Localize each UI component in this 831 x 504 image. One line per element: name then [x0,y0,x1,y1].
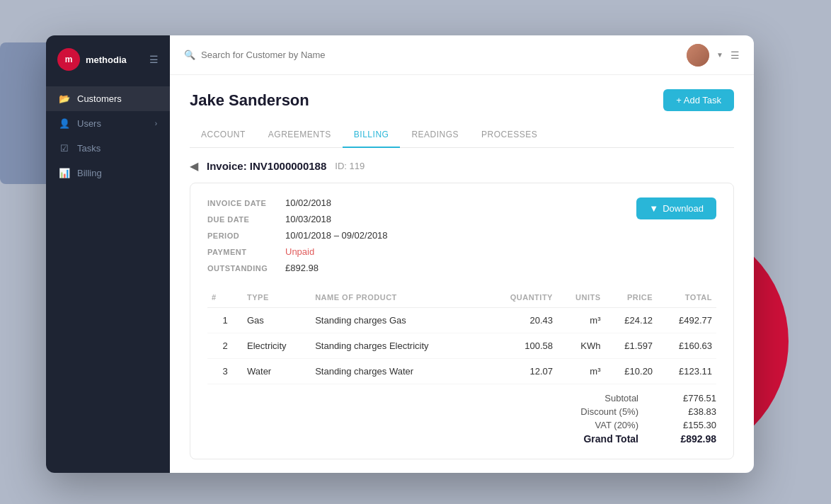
cell-total: £492.77 [657,308,716,333]
tasks-icon: ☑ [59,143,70,154]
logo: m methodia [57,48,127,71]
tab-agreements[interactable]: AGREEMENTS [257,122,343,148]
tab-readings[interactable]: READINGS [400,122,470,148]
add-task-button[interactable]: + Add Task [663,89,734,111]
subtotal-label: Subtotal [525,393,638,403]
invoice-meta: INVOICE DATE 10/02/2018 DUE DATE 10/03/2… [207,197,716,273]
meta-row-period: PERIOD 10/01/2018 – 09/02/2018 [207,230,388,241]
col-header-total: TOTAL [657,287,716,308]
download-icon: ▼ [649,203,658,214]
total-row-discount: Discount (5%) £38.83 [525,406,716,417]
main-content: 🔍 ▼ ☰ Jake Sanderson + Add Task ACCOUNT [170,35,754,473]
avatar-image [687,44,709,67]
content-area: Jake Sanderson + Add Task ACCOUNT AGREEM… [170,75,754,473]
cell-total: £160.63 [657,333,716,359]
invoice-title: Invoice: INV1000000188 [207,160,326,172]
topbar-menu-icon[interactable]: ☰ [730,50,740,61]
sidebar-item-users[interactable]: 👤 Users › [46,111,170,136]
cell-type: Gas [243,308,311,333]
sidebar-item-tasks[interactable]: ☑ Tasks [46,136,170,161]
invoice-back-icon[interactable]: ◀ [190,159,198,173]
cell-units: m³ [557,359,605,384]
meta-value-outstanding: £892.98 [285,263,319,273]
logo-icon: m [57,48,80,71]
meta-value-payment: Unpaid [285,246,314,257]
total-row-grand: Grand Total £892.98 [525,433,716,445]
app-shell: m methodia ☰ 📂 Customers 👤 Users › ☑ Tas… [46,35,754,473]
sidebar-item-label: Tasks [77,143,101,154]
invoice-id: ID: 119 [335,161,365,171]
vat-label: VAT (20%) [525,420,638,430]
cell-total: £123.11 [657,359,716,384]
tab-account[interactable]: ACCOUNT [190,122,257,148]
avatar [687,44,709,67]
table-row: 3 Water Standing charges Water 12.07 m³ … [207,359,716,384]
col-header-quantity: QUANTITY [484,287,557,308]
total-row-vat: VAT (20%) £155.30 [525,420,716,430]
vat-value: £155.30 [667,420,716,430]
hamburger-icon[interactable]: ☰ [149,54,159,65]
topbar-right: ▼ ☰ [687,44,740,67]
meta-label-period: PERIOD [207,231,285,240]
cell-units: KWh [557,333,605,359]
cell-quantity: 100.58 [484,333,557,359]
sidebar-nav: 📂 Customers 👤 Users › ☑ Tasks 📊 Billing [46,81,170,473]
sidebar: m methodia ☰ 📂 Customers 👤 Users › ☑ Tas… [46,35,170,473]
invoice-card: INVOICE DATE 10/02/2018 DUE DATE 10/03/2… [190,183,734,459]
col-header-type: TYPE [243,287,311,308]
meta-row-due-date: DUE DATE 10/03/2018 [207,214,388,224]
tabs: ACCOUNT AGREEMENTS BILLING READINGS PROC… [190,122,734,148]
cell-units: m³ [557,308,605,333]
col-header-num: # [207,287,243,308]
col-header-units: UNITS [557,287,605,308]
invoice-header: ◀ Invoice: INV1000000188 ID: 119 [190,159,734,173]
search-icon: 🔍 [184,50,195,60]
sidebar-item-billing[interactable]: 📊 Billing [46,161,170,185]
col-header-price: PRICE [605,287,658,308]
invoice-meta-left: INVOICE DATE 10/02/2018 DUE DATE 10/03/2… [207,197,388,273]
table-row: 2 Electricity Standing charges Electrici… [207,333,716,359]
meta-label-payment: PAYMENT [207,248,285,256]
table-header-row: # TYPE NAME OF PRODUCT QUANTITY UNITS PR… [207,287,716,308]
page-title: Jake Sanderson [190,91,309,110]
cell-price: £1.597 [605,333,658,359]
avatar-chevron-icon: ▼ [716,51,723,59]
table-row: 1 Gas Standing charges Gas 20.43 m³ £24.… [207,308,716,333]
download-label: Download [663,203,704,214]
cell-quantity: 20.43 [484,308,557,333]
total-row-subtotal: Subtotal £776.51 [525,393,716,403]
cell-product: Standing charges Gas [311,308,484,333]
topbar: 🔍 ▼ ☰ [170,35,754,75]
subtotal-value: £776.51 [667,393,716,403]
search-input[interactable] [201,50,678,60]
meta-row-payment: PAYMENT Unpaid [207,246,388,257]
cell-product: Standing charges Water [311,359,484,384]
cell-type: Water [243,359,311,384]
sidebar-item-label: Customers [77,93,122,104]
sidebar-item-customers[interactable]: 📂 Customers [46,86,170,111]
meta-row-invoice-date: INVOICE DATE 10/02/2018 [207,197,388,208]
tab-billing[interactable]: BILLING [343,122,401,148]
cell-quantity: 12.07 [484,359,557,384]
sidebar-item-label: Billing [77,168,102,178]
meta-label-outstanding: OUTSTANDING [207,264,285,273]
sidebar-item-label: Users [77,118,101,129]
totals-section: Subtotal £776.51 Discount (5%) £38.83 VA… [207,393,716,445]
users-icon: 👤 [59,118,70,129]
search-wrap: 🔍 [184,50,678,60]
discount-label: Discount (5%) [525,406,638,417]
tab-processes[interactable]: PROCESSES [470,122,549,148]
invoice-table: # TYPE NAME OF PRODUCT QUANTITY UNITS PR… [207,287,716,384]
chevron-right-icon: › [155,120,157,127]
grand-value: £892.98 [667,433,716,445]
customers-icon: 📂 [59,93,70,104]
col-header-product: NAME OF PRODUCT [311,287,484,308]
cell-num: 3 [207,359,243,384]
page-header: Jake Sanderson + Add Task [190,89,734,111]
meta-value-period: 10/01/2018 – 09/02/2018 [285,230,388,241]
discount-value: £38.83 [667,406,716,417]
logo-initials: m [65,55,73,64]
download-button[interactable]: ▼ Download [636,197,716,219]
meta-label-due-date: DUE DATE [207,215,285,224]
cell-product: Standing charges Electricity [311,333,484,359]
